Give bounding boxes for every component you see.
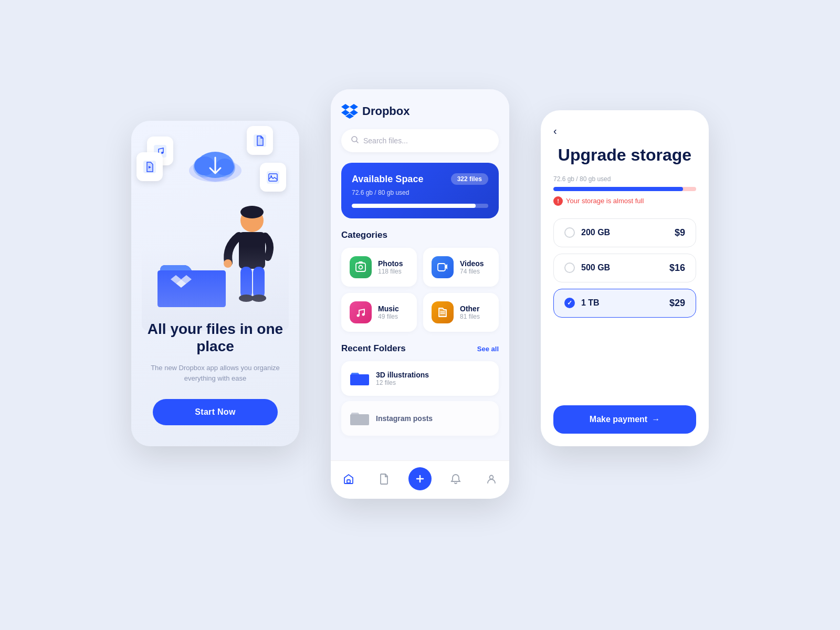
plan-1tb[interactable]: 1 TB $29 bbox=[553, 289, 696, 318]
onboarding-title: All your files in one place bbox=[147, 320, 284, 355]
see-all-link[interactable]: See all bbox=[477, 345, 499, 353]
nav-notifications[interactable] bbox=[444, 467, 467, 490]
storage-info-text: 72.6 gb / 80 gb used bbox=[553, 175, 696, 183]
recent-folders-header: Recent Folders See all bbox=[341, 343, 499, 354]
main-app-content: Dropbox Search files... Available Space … bbox=[331, 89, 509, 460]
folder-count-3d: 12 files bbox=[376, 379, 490, 386]
main-app-card: Dropbox Search files... Available Space … bbox=[331, 89, 509, 499]
category-other[interactable]: Other 81 files bbox=[423, 293, 499, 332]
videos-label: Videos bbox=[460, 259, 484, 268]
float-icon-doc bbox=[247, 126, 273, 155]
space-card-header: Available Space 322 files bbox=[352, 173, 488, 185]
categories-grid: Photos 118 files Videos 74 files bbox=[341, 248, 499, 332]
space-used-text: 72.6 gb / 80 gb used bbox=[352, 189, 488, 196]
music-icon bbox=[350, 301, 372, 323]
folder-name-instagram: Instagram posts bbox=[376, 414, 490, 423]
music-label: Music bbox=[378, 304, 399, 313]
categories-title: Categories bbox=[341, 230, 499, 240]
float-icon-video bbox=[136, 152, 163, 181]
svg-rect-35 bbox=[347, 480, 350, 483]
folder-name-3d: 3D illustrations bbox=[376, 371, 490, 379]
illustration-area bbox=[131, 121, 299, 341]
search-icon bbox=[351, 135, 359, 146]
nav-profile[interactable] bbox=[480, 467, 503, 490]
back-button[interactable]: ‹ bbox=[553, 125, 696, 137]
nav-home[interactable] bbox=[337, 467, 360, 490]
svg-point-31 bbox=[357, 314, 360, 317]
other-count: 81 files bbox=[460, 313, 480, 320]
onboarding-text: All your files in one place The new Drop… bbox=[131, 320, 299, 383]
make-payment-button[interactable]: Make payment → bbox=[553, 405, 696, 434]
warning-icon: ! bbox=[553, 196, 563, 206]
folder-item-instagram[interactable]: Instagram posts bbox=[341, 401, 499, 436]
start-now-button[interactable]: Start Now bbox=[153, 399, 277, 425]
folder-icon-3d bbox=[350, 369, 370, 388]
bottom-navigation bbox=[331, 460, 509, 499]
folder-item-3d[interactable]: 3D illustrations 12 files bbox=[341, 361, 499, 396]
videos-info: Videos 74 files bbox=[460, 259, 484, 275]
screens-container: All your files in one place The new Drop… bbox=[131, 79, 709, 551]
warning-text: Your storage is almost full bbox=[566, 197, 644, 205]
plan-500gb-size: 500 GB bbox=[581, 263, 610, 272]
folder-icon-instagram bbox=[350, 408, 370, 428]
make-payment-label: Make payment bbox=[590, 415, 647, 424]
svg-point-38 bbox=[490, 476, 494, 479]
svg-point-29 bbox=[359, 266, 363, 269]
photos-label: Photos bbox=[378, 259, 403, 268]
photos-count: 118 files bbox=[378, 268, 403, 275]
category-videos[interactable]: Videos 74 files bbox=[423, 248, 499, 287]
recent-folders-title: Recent Folders bbox=[341, 343, 406, 354]
folder-info-3d: 3D illustrations 12 files bbox=[376, 371, 490, 386]
plan-200gb-price: $9 bbox=[675, 227, 685, 238]
app-header: Dropbox bbox=[341, 104, 499, 119]
svg-rect-30 bbox=[438, 264, 445, 271]
plan-1tb-size: 1 TB bbox=[581, 298, 600, 308]
nav-add[interactable] bbox=[408, 467, 432, 490]
onboarding-card: All your files in one place The new Drop… bbox=[131, 121, 299, 446]
music-info: Music 49 files bbox=[378, 304, 399, 320]
svg-point-32 bbox=[362, 313, 365, 316]
category-music[interactable]: Music 49 files bbox=[341, 293, 417, 332]
other-info: Other 81 files bbox=[460, 304, 480, 320]
music-count: 49 files bbox=[378, 313, 399, 320]
space-card-title: Available Space bbox=[352, 174, 423, 185]
shelf-bg bbox=[142, 247, 289, 331]
category-photos[interactable]: Photos 118 files bbox=[341, 248, 417, 287]
app-title: Dropbox bbox=[362, 104, 410, 118]
svg-rect-28 bbox=[356, 263, 365, 271]
available-space-card: Available Space 322 files 72.6 gb / 80 g… bbox=[341, 163, 499, 218]
search-bar[interactable]: Search files... bbox=[341, 129, 499, 152]
float-icon-image bbox=[260, 163, 286, 192]
nav-files[interactable] bbox=[373, 467, 396, 490]
plan-1tb-price: $29 bbox=[669, 298, 685, 309]
photos-info: Photos 118 files bbox=[378, 259, 403, 275]
storage-progress-track bbox=[553, 187, 696, 191]
svg-point-14 bbox=[215, 159, 234, 175]
svg-point-20 bbox=[240, 206, 264, 218]
plan-500gb-radio bbox=[564, 262, 575, 273]
videos-icon bbox=[432, 256, 454, 278]
files-badge: 322 files bbox=[451, 173, 488, 185]
videos-count: 74 files bbox=[460, 268, 484, 275]
plan-200gb-size: 200 GB bbox=[581, 228, 610, 237]
upgrade-title: Upgrade storage bbox=[553, 145, 696, 165]
other-icon bbox=[432, 301, 454, 323]
storage-progress-fill bbox=[553, 187, 683, 191]
space-progress-track bbox=[352, 204, 488, 208]
dropbox-logo-icon bbox=[341, 104, 358, 119]
plan-200gb-radio bbox=[564, 227, 575, 238]
svg-point-13 bbox=[194, 156, 215, 175]
upgrade-storage-card: ‹ Upgrade storage 72.6 gb / 80 gb used !… bbox=[541, 110, 709, 446]
photos-icon bbox=[350, 256, 372, 278]
plan-500gb[interactable]: 500 GB $16 bbox=[553, 254, 696, 282]
plan-1tb-radio bbox=[564, 298, 575, 308]
other-label: Other bbox=[460, 304, 480, 313]
svg-point-2 bbox=[161, 152, 163, 154]
plan-200gb[interactable]: 200 GB $9 bbox=[553, 218, 696, 247]
space-progress-fill bbox=[352, 204, 476, 208]
plan-500gb-price: $16 bbox=[669, 262, 685, 274]
folder-info-instagram: Instagram posts bbox=[376, 414, 490, 423]
warning-row: ! Your storage is almost full bbox=[553, 196, 696, 206]
illustration-bg bbox=[142, 131, 289, 331]
payment-arrow-icon: → bbox=[652, 415, 660, 424]
